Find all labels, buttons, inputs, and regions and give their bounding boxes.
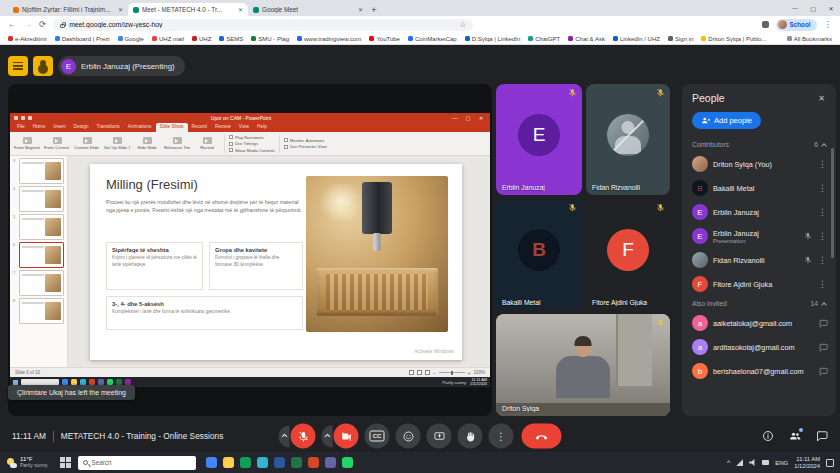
tab-close-icon[interactable]: ✕: [238, 6, 243, 13]
language-indicator[interactable]: ENG: [775, 460, 788, 466]
taskbar-app-icon[interactable]: [206, 457, 217, 468]
bookmark-item[interactable]: e-Akreditimi: [8, 36, 47, 42]
maximize-icon[interactable]: ▢: [804, 0, 822, 16]
bookmark-item[interactable]: Chat & Ask: [568, 36, 605, 42]
participant-row[interactable]: F Fitore Ajdini Gjuka ⋮: [682, 272, 836, 296]
reactions-button[interactable]: [396, 424, 421, 449]
participant-row[interactable]: B Bakalli Metal ⋮: [682, 176, 836, 200]
minimize-icon[interactable]: —: [786, 0, 804, 16]
taskbar-app-icon[interactable]: [308, 457, 319, 468]
raise-hand-button[interactable]: [458, 424, 483, 449]
meet-overlay-button-2[interactable]: [33, 56, 53, 76]
weather-widget[interactable]: 11°F Partly sunny: [4, 452, 51, 473]
bookmark-item[interactable]: SMU - Plag: [251, 36, 289, 42]
chat-icon[interactable]: [816, 430, 828, 442]
also-invited-section-header[interactable]: Also invited 14: [682, 296, 836, 311]
mic-options-chevron[interactable]: [279, 425, 290, 447]
browser-tab-1[interactable]: Njoftim Zyrtar: Fillimi i Trajnim... ✕: [8, 3, 128, 16]
video-tile-driton-sylqa[interactable]: Driton Sylqa: [496, 314, 670, 416]
bookmark-item[interactable]: www.tradingview.com: [297, 36, 361, 42]
reload-icon[interactable]: ⟳: [39, 20, 46, 29]
bookmark-star-icon[interactable]: ☆: [459, 20, 466, 29]
browser-tab-2-active[interactable]: Meet - METATECH 4.0 - Tr... ✕: [128, 3, 248, 16]
bookmark-item[interactable]: SEMS: [219, 36, 243, 42]
taskbar-app-icon[interactable]: [342, 457, 353, 468]
bookmark-item[interactable]: Google: [118, 36, 144, 42]
browser-menu-icon[interactable]: ⋮: [824, 20, 833, 29]
bookmark-item[interactable]: YouTube: [369, 36, 400, 42]
tab-close-icon[interactable]: ✕: [358, 6, 363, 13]
bookmark-item[interactable]: UHZ: [192, 36, 211, 42]
more-options-icon[interactable]: ⋮: [817, 184, 828, 193]
chat-icon[interactable]: [819, 319, 828, 328]
browser-tab-3[interactable]: Google Meet ✕: [248, 3, 368, 16]
present-button[interactable]: [427, 424, 452, 449]
taskbar-app-icon[interactable]: [291, 457, 302, 468]
forward-icon[interactable]: →: [24, 20, 33, 29]
person-icon: [40, 60, 46, 66]
bookmark-item[interactable]: ChatGPT: [528, 36, 560, 42]
captions-button[interactable]: CC: [365, 424, 390, 449]
taskbar-search[interactable]: Search: [78, 456, 196, 470]
bookmark-item[interactable]: Dashboard | Prezi: [55, 36, 110, 42]
people-icon[interactable]: [789, 430, 801, 442]
video-tile-fitore-ajdini-gjuka[interactable]: F Fitore Ajdini Gjuka: [586, 199, 670, 310]
volume-icon[interactable]: [749, 459, 756, 466]
taskbar-clock[interactable]: 11:11 AM1/12/2024: [794, 456, 820, 470]
more-options-icon[interactable]: ⋮: [817, 160, 828, 169]
more-options-icon[interactable]: ⋮: [817, 232, 828, 241]
invited-row[interactable]: a arditasokolaj@gmail.com: [682, 335, 836, 359]
url-bar[interactable]: meet.google.com/izw-yesc-hoy ☆: [53, 19, 473, 31]
extensions-icon[interactable]: [762, 21, 769, 28]
bookmark-item[interactable]: CoinMarketCap: [408, 36, 457, 42]
participant-row[interactable]: E Erblin Januzaj ⋮: [682, 200, 836, 224]
taskbar-app-icon[interactable]: [257, 457, 268, 468]
taskbar-app-icon[interactable]: [274, 457, 285, 468]
back-icon[interactable]: ←: [8, 20, 17, 29]
presenter-chip[interactable]: E Erblin Januzaj (Presenting): [58, 56, 185, 76]
bookmark-item[interactable]: D.Sylqa | LinkedIn: [465, 36, 521, 42]
more-options-icon[interactable]: ⋮: [817, 208, 828, 217]
new-tab-button[interactable]: +: [368, 3, 380, 16]
taskbar-app-icon[interactable]: [325, 457, 336, 468]
more-options-button[interactable]: ⋮: [489, 424, 514, 449]
profile-chip[interactable]: School: [776, 19, 817, 31]
mic-off-button[interactable]: [291, 424, 316, 449]
tray-expand-icon[interactable]: ^: [727, 459, 730, 466]
start-button[interactable]: [60, 457, 71, 468]
bookmark-item[interactable]: Driton Sylqa | Publo...: [701, 36, 766, 42]
presentation-tile[interactable]: Upor on CAM - PowerPoint — ▢ ✕ File Home…: [8, 84, 492, 416]
more-options-icon[interactable]: ⋮: [817, 280, 828, 289]
end-call-button[interactable]: [522, 424, 562, 449]
more-options-icon[interactable]: ⋮: [817, 256, 828, 265]
all-bookmarks-button[interactable]: All Bookmarks: [787, 36, 832, 42]
contributors-section-header[interactable]: Contributors 6: [682, 137, 836, 152]
participant-row[interactable]: Fidan Rizvanolli ⋮: [682, 248, 836, 272]
taskbar-app-icon[interactable]: [223, 457, 234, 468]
chat-icon[interactable]: [819, 343, 828, 352]
video-tile-erblin-januzaj[interactable]: E Erblin Januzaj: [496, 84, 582, 195]
camera-options-chevron[interactable]: [322, 425, 333, 447]
network-icon[interactable]: [736, 459, 743, 466]
battery-icon[interactable]: [762, 460, 769, 465]
camera-off-button[interactable]: [334, 424, 359, 449]
video-tile-bakalli-metal[interactable]: B Bakalli Metal: [496, 199, 582, 310]
close-icon[interactable]: ✕: [817, 93, 826, 104]
video-tile-fidan-rizvanolli[interactable]: Fidan Rizvanolli: [586, 84, 670, 195]
bookmark-item[interactable]: UHZ mail: [152, 36, 184, 42]
tab-close-icon[interactable]: ✕: [118, 6, 123, 13]
add-people-button[interactable]: Add people: [692, 112, 761, 129]
participant-row[interactable]: E Erblin JanuzajPresentation ⋮: [682, 224, 836, 248]
invited-row[interactable]: a aaiketalokaj@gmail.com: [682, 311, 836, 335]
meet-overlay-button-1[interactable]: [8, 56, 28, 76]
close-icon[interactable]: ✕: [822, 0, 840, 16]
taskbar-app-icon[interactable]: [240, 457, 251, 468]
scrollbar[interactable]: [831, 148, 834, 258]
notification-icon[interactable]: [826, 459, 834, 467]
invited-row[interactable]: b berishaelona07@gmail.com: [682, 359, 836, 383]
bookmark-item[interactable]: LinkedIn / UHZ: [613, 36, 660, 42]
meeting-details-icon[interactable]: [762, 430, 774, 442]
bookmark-item[interactable]: Sign in: [668, 36, 693, 42]
chat-icon[interactable]: [819, 367, 828, 376]
participant-row[interactable]: Driton Sylqa (You) ⋮: [682, 152, 836, 176]
